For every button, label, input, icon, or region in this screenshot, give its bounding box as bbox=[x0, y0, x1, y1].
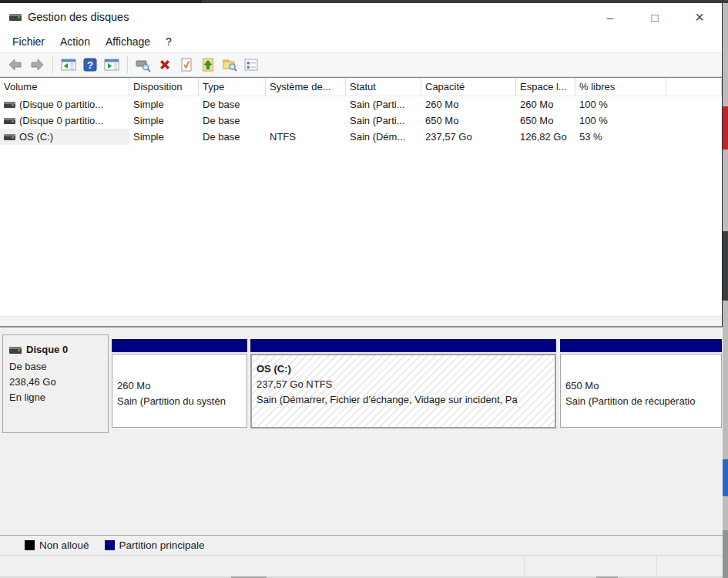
close-button[interactable]: × bbox=[677, 3, 722, 31]
minimize-button[interactable]: – bbox=[588, 3, 632, 31]
app-disk-icon bbox=[9, 14, 22, 21]
explore-button[interactable] bbox=[220, 55, 240, 75]
column-header-capacite[interactable]: Capacité bbox=[421, 78, 516, 96]
properties-button[interactable] bbox=[176, 55, 196, 75]
partition-capacity: 237,57 Go NTFS bbox=[257, 377, 550, 392]
show-console-tree-button[interactable] bbox=[59, 55, 79, 75]
forward-icon bbox=[29, 57, 45, 72]
volume-espace-libre: 260 Mo bbox=[516, 96, 575, 113]
volume-row-recovery[interactable]: (Disque 0 partitio... Simple De base Sai… bbox=[0, 113, 722, 129]
volume-name: (Disque 0 partitio... bbox=[19, 115, 103, 126]
volume-statut: Sain (Parti... bbox=[346, 96, 421, 113]
menu-bar: Fichier Action Affichage ? bbox=[0, 31, 722, 52]
console-tree-icon bbox=[61, 57, 76, 72]
disk-management-window: Gestion des disques – □ × Fichier Action… bbox=[0, 3, 723, 576]
volume-type: De base bbox=[199, 96, 266, 113]
disk-icon bbox=[9, 347, 22, 354]
volume-pct-libres: 100 % bbox=[575, 113, 666, 129]
partition-os-c[interactable]: OS (C:) 237,57 Go NTFS Sain (Démarrer, F… bbox=[250, 339, 556, 435]
column-header-statut[interactable]: Statut bbox=[346, 78, 421, 96]
menu-affichage[interactable]: Affichage bbox=[98, 32, 158, 51]
maximize-button[interactable]: □ bbox=[632, 3, 677, 31]
disk-type: De base bbox=[9, 359, 102, 375]
partition-color-band bbox=[250, 339, 556, 352]
volume-pct-libres: 100 % bbox=[575, 96, 666, 113]
column-header-type[interactable]: Type bbox=[199, 78, 266, 96]
legend-bar: Non alloué Partition principale bbox=[0, 535, 723, 555]
column-header-volume[interactable]: Volume bbox=[0, 78, 129, 96]
rescan-disks-button[interactable] bbox=[133, 55, 153, 75]
properties-icon bbox=[179, 57, 194, 72]
menu-action[interactable]: Action bbox=[52, 32, 98, 51]
volume-disposition: Simple bbox=[129, 129, 199, 145]
column-header-empty bbox=[666, 78, 722, 96]
volume-disk-icon bbox=[4, 118, 15, 124]
volume-capacite: 260 Mo bbox=[421, 96, 516, 113]
disk0-header[interactable]: Disque 0 De base 238,46 Go En ligne bbox=[2, 334, 109, 433]
status-bar-separator bbox=[656, 557, 657, 578]
open-icon bbox=[200, 57, 216, 72]
legend-swatch-primary-partition bbox=[105, 540, 115, 550]
volume-disk-icon bbox=[4, 102, 15, 108]
volume-filesystem bbox=[266, 113, 346, 129]
volume-espace-libre: 126,82 Go bbox=[516, 129, 575, 145]
column-header-pct-libres[interactable]: % libres bbox=[575, 78, 666, 96]
disk-capacity: 238,46 Go bbox=[9, 375, 102, 390]
volume-filesystem bbox=[266, 96, 346, 113]
volume-list-pane: Volume Disposition Type Système de... St… bbox=[0, 77, 722, 327]
delete-button[interactable] bbox=[155, 55, 175, 75]
background-window-sliver bbox=[723, 3, 728, 578]
volume-capacite: 650 Mo bbox=[421, 113, 516, 129]
legend-label-primary-partition: Partition principale bbox=[119, 539, 205, 551]
volume-type: De base bbox=[199, 129, 266, 145]
column-header-disposition[interactable]: Disposition bbox=[129, 78, 199, 96]
legend-label-unallocated: Non alloué bbox=[39, 539, 89, 551]
volume-row-os-c[interactable]: OS (C:) Simple De base NTFS Sain (Dém...… bbox=[0, 129, 722, 145]
menu-help[interactable]: ? bbox=[158, 32, 179, 51]
volume-capacite: 237,57 Go bbox=[421, 129, 516, 145]
back-button[interactable] bbox=[5, 55, 25, 75]
title-bar: Gestion des disques – □ × bbox=[0, 3, 722, 31]
volume-statut: Sain (Dém... bbox=[346, 129, 421, 145]
forward-button[interactable] bbox=[27, 55, 47, 75]
rescan-disks-icon bbox=[136, 57, 151, 72]
back-icon bbox=[8, 57, 23, 72]
partition-color-band bbox=[560, 339, 722, 352]
help-button[interactable]: ? bbox=[80, 55, 100, 75]
open-button[interactable] bbox=[198, 55, 218, 75]
volume-name: OS (C:) bbox=[19, 131, 53, 143]
menu-fichier[interactable]: Fichier bbox=[5, 32, 52, 51]
horizontal-scrollbar[interactable] bbox=[0, 316, 722, 326]
disk-name: Disque 0 bbox=[26, 342, 68, 358]
toolbar: ? bbox=[0, 52, 722, 77]
volume-statut: Sain (Parti... bbox=[346, 113, 421, 129]
pane-splitter[interactable] bbox=[0, 327, 723, 333]
disk-status: En ligne bbox=[9, 390, 102, 405]
column-header-filesystem[interactable]: Système de... bbox=[266, 78, 346, 96]
show-action-pane-button[interactable] bbox=[102, 55, 122, 75]
partition-efi[interactable]: 260 Mo Sain (Partition du systèn bbox=[112, 339, 247, 435]
volume-filesystem: NTFS bbox=[266, 129, 346, 145]
volume-row-efi[interactable]: (Disque 0 partitio... Simple De base Sai… bbox=[0, 96, 722, 113]
volume-disposition: Simple bbox=[129, 96, 199, 113]
partition-recovery[interactable]: 650 Mo Sain (Partition de récupératio bbox=[560, 339, 722, 435]
graphical-view-pane: Disque 0 De base 238,46 Go En ligne 260 … bbox=[0, 333, 723, 535]
volume-pct-libres: 53 % bbox=[575, 129, 666, 145]
partition-capacity: 650 Mo bbox=[565, 378, 716, 394]
help-topics-button[interactable] bbox=[241, 55, 261, 75]
explore-icon bbox=[222, 57, 237, 72]
action-pane-icon bbox=[104, 57, 119, 72]
partition-color-band bbox=[112, 339, 247, 352]
partition-status: Sain (Partition du systèn bbox=[117, 394, 242, 409]
volume-disposition: Simple bbox=[129, 113, 199, 129]
toolbar-separator bbox=[52, 56, 53, 73]
status-bar bbox=[0, 555, 723, 578]
partition-status: Sain (Démarrer, Fichier d’échange, Vidag… bbox=[257, 392, 550, 408]
legend-swatch-unallocated bbox=[25, 540, 35, 550]
partition-name: OS (C:) bbox=[257, 361, 550, 377]
volume-type: De base bbox=[199, 113, 266, 129]
column-header-espace-libre[interactable]: Espace l... bbox=[516, 78, 575, 96]
help-icon: ? bbox=[82, 57, 98, 72]
volume-name: (Disque 0 partitio... bbox=[19, 99, 103, 110]
window-title: Gestion des disques bbox=[28, 11, 129, 23]
